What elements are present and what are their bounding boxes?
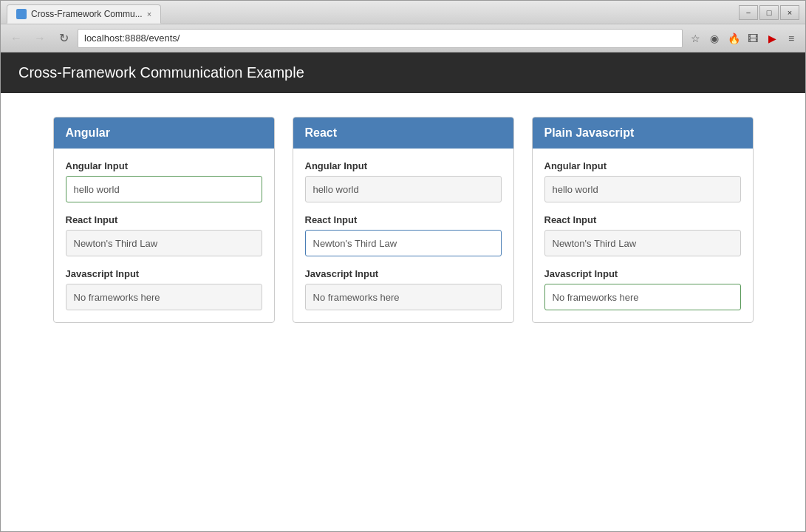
tab-close-button[interactable]: × bbox=[147, 10, 151, 18]
address-bar[interactable] bbox=[78, 29, 683, 48]
angular-react-input[interactable] bbox=[66, 230, 262, 256]
window-controls: − □ × bbox=[739, 5, 799, 20]
minimize-button[interactable]: − bbox=[739, 5, 758, 20]
youtube-icon[interactable]: ▶ bbox=[764, 30, 780, 47]
forward-button[interactable]: → bbox=[30, 29, 49, 48]
fire-icon[interactable]: 🔥 bbox=[725, 30, 742, 47]
angular-angular-input[interactable] bbox=[66, 176, 262, 202]
angular-card: Angular Angular Input React Input Javasc… bbox=[53, 117, 275, 323]
browser-tab-active[interactable]: Cross-Framework Commu... × bbox=[7, 4, 161, 24]
react-js-label: Javascript Input bbox=[305, 268, 502, 279]
angular-react-input-group: React Input bbox=[66, 214, 262, 256]
film-icon[interactable]: 🎞 bbox=[745, 30, 761, 47]
plainjs-js-label: Javascript Input bbox=[544, 268, 741, 279]
react-js-input-group: Javascript Input bbox=[305, 268, 502, 310]
star-icon[interactable]: ☆ bbox=[687, 30, 703, 47]
close-window-button[interactable]: × bbox=[780, 5, 799, 20]
maximize-button[interactable]: □ bbox=[759, 5, 779, 20]
plainjs-react-input[interactable] bbox=[544, 230, 741, 256]
page-header: Cross-Framework Communication Example bbox=[1, 52, 805, 93]
angular-js-label: Javascript Input bbox=[66, 268, 262, 279]
plainjs-js-input-group: Javascript Input bbox=[544, 268, 741, 310]
angular-js-input-group: Javascript Input bbox=[66, 268, 262, 310]
page-content: Cross-Framework Communication Example An… bbox=[1, 52, 805, 531]
tab-bar: Cross-Framework Commu... × bbox=[7, 1, 161, 24]
shield-icon[interactable]: ◉ bbox=[706, 30, 723, 47]
angular-react-label: React Input bbox=[66, 214, 262, 225]
reload-button[interactable]: ↻ bbox=[54, 29, 73, 48]
menu-icon[interactable]: ≡ bbox=[783, 30, 799, 47]
plainjs-card: Plain Javascript Angular Input React Inp… bbox=[532, 117, 754, 323]
react-angular-label: Angular Input bbox=[305, 160, 502, 171]
react-react-input[interactable] bbox=[305, 230, 502, 256]
react-card-body: Angular Input React Input Javascript Inp… bbox=[293, 149, 513, 322]
plainjs-angular-input-group: Angular Input bbox=[544, 160, 741, 202]
angular-js-input[interactable] bbox=[66, 284, 262, 310]
toolbar-icons: ☆ ◉ 🔥 🎞 ▶ ≡ bbox=[687, 30, 799, 47]
cards-container: Angular Angular Input React Input Javasc… bbox=[1, 93, 805, 347]
react-angular-input-group: Angular Input bbox=[305, 160, 502, 202]
back-button[interactable]: ← bbox=[7, 29, 26, 48]
plainjs-react-input-group: React Input bbox=[544, 214, 741, 256]
angular-angular-input-group: Angular Input bbox=[66, 160, 262, 202]
plainjs-angular-input[interactable] bbox=[544, 176, 741, 202]
plainjs-angular-label: Angular Input bbox=[544, 160, 741, 171]
browser-titlebar: Cross-Framework Commu... × − □ × bbox=[1, 1, 805, 24]
react-react-input-group: React Input bbox=[305, 214, 502, 256]
tab-title: Cross-Framework Commu... bbox=[31, 9, 143, 19]
plainjs-card-body: Angular Input React Input Javascript Inp… bbox=[533, 149, 753, 322]
react-js-input[interactable] bbox=[305, 284, 502, 310]
plainjs-js-input[interactable] bbox=[544, 284, 741, 310]
react-angular-input[interactable] bbox=[305, 176, 502, 202]
browser-toolbar: ← → ↻ ☆ ◉ 🔥 🎞 ▶ ≡ bbox=[1, 24, 805, 52]
plainjs-react-label: React Input bbox=[544, 214, 741, 225]
angular-card-header: Angular bbox=[54, 117, 274, 149]
plainjs-card-header: Plain Javascript bbox=[533, 117, 753, 149]
page-title: Cross-Framework Communication Example bbox=[18, 64, 304, 81]
browser-window: Cross-Framework Commu... × − □ × ← → ↻ ☆… bbox=[0, 0, 806, 532]
react-card: React Angular Input React Input Javascri… bbox=[293, 117, 514, 323]
react-card-header: React bbox=[293, 117, 513, 149]
react-react-label: React Input bbox=[305, 214, 502, 225]
angular-card-body: Angular Input React Input Javascript Inp… bbox=[54, 149, 274, 322]
tab-favicon-icon bbox=[16, 9, 27, 19]
angular-angular-label: Angular Input bbox=[66, 160, 262, 171]
